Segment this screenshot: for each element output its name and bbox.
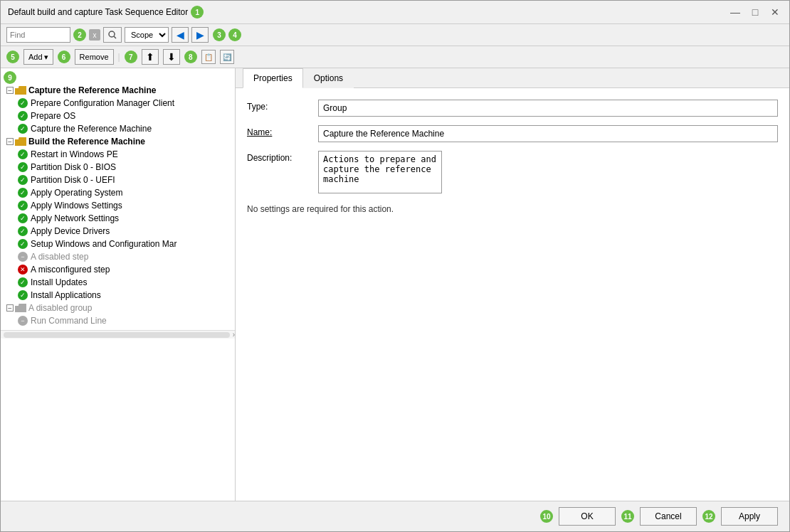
- tab-properties[interactable]: Properties: [243, 68, 303, 88]
- props-icon: 📋: [204, 53, 213, 61]
- cancel-button[interactable]: Cancel: [640, 507, 697, 526]
- tree-label-restart-pe: Restart in Windows PE: [31, 149, 118, 159]
- tree-label-run-cmd: Run Command Line: [31, 316, 107, 326]
- badge-3: 3: [213, 28, 226, 41]
- ok-button[interactable]: OK: [559, 507, 616, 526]
- close-button[interactable]: ✕: [768, 5, 782, 19]
- check-icon-apply-net: ✓: [18, 213, 28, 223]
- minimize-button[interactable]: —: [728, 5, 742, 19]
- action-toolbar: 5 Add ▾ 6 Remove | 7 ⬆ ⬇ 8 📋 🔄: [1, 46, 789, 68]
- tree-row-apply-net[interactable]: ✓ Apply Network Settings: [1, 212, 235, 225]
- tree-row-apply-drivers[interactable]: ✓ Apply Device Drivers: [1, 225, 235, 238]
- search-icon: [108, 31, 117, 39]
- tab-options[interactable]: Options: [303, 68, 354, 88]
- back-arrow-icon: ◀: [177, 29, 184, 41]
- tree-row-disabled-group[interactable]: − A disabled group: [1, 302, 235, 314]
- maximize-button[interactable]: □: [748, 5, 762, 19]
- error-icon-step: ✕: [18, 265, 28, 275]
- tree-row-misconfig-step[interactable]: ✕ A misconfigured step: [1, 263, 235, 276]
- search-button[interactable]: [103, 27, 122, 43]
- scope-select[interactable]: Scope: [125, 27, 169, 43]
- tree-row-capture-ref[interactable]: ✓ Capture the Reference Machine: [1, 122, 235, 135]
- apply-button[interactable]: Apply: [721, 507, 778, 526]
- check-icon-prepare-cm: ✓: [18, 98, 28, 108]
- check-icon-apply-win: ✓: [18, 201, 28, 211]
- tree-label-misconfig-step: A misconfigured step: [31, 265, 110, 275]
- tree-label-setup-win: Setup Windows and Configuration Mar: [31, 239, 177, 249]
- refresh-button[interactable]: 🔄: [220, 50, 234, 64]
- tree-label-build-group: Build the Reference Machine: [28, 137, 145, 147]
- tree-label-partition-uefi: Partition Disk 0 - UEFI: [31, 175, 115, 185]
- tree-row-partition-uefi[interactable]: ✓ Partition Disk 0 - UEFI: [1, 174, 235, 186]
- desc-label: Description:: [247, 151, 318, 163]
- check-icon-partition-bios: ✓: [18, 162, 28, 172]
- properties-button[interactable]: 📋: [201, 50, 216, 64]
- add-dropdown-icon: ▾: [44, 53, 48, 62]
- badge-11: 11: [621, 510, 634, 523]
- tree-row-run-cmd[interactable]: − Run Command Line: [1, 314, 235, 327]
- tree-label-apply-os: Apply Operating System: [31, 188, 122, 198]
- tree-row-prepare-cm[interactable]: ✓ Prepare Configuration Manager Client: [1, 97, 235, 110]
- check-icon-prepare-os: ✓: [18, 111, 28, 121]
- tab-bar: Properties Options: [236, 68, 789, 88]
- toggle-build-group[interactable]: −: [6, 138, 14, 145]
- title-bar-controls: — □ ✕: [728, 5, 782, 19]
- badge-7: 7: [125, 50, 137, 63]
- forward-button[interactable]: ▶: [191, 27, 209, 43]
- tree-row-build-group[interactable]: − Build the Reference Machine: [1, 135, 235, 148]
- tree-label-disabled-group: A disabled group: [28, 303, 92, 313]
- info-text: No settings are required for this action…: [247, 204, 778, 214]
- folder-icon-disabled-group: [15, 304, 26, 312]
- find-input[interactable]: [6, 27, 70, 43]
- remove-button[interactable]: Remove: [75, 49, 114, 65]
- footer-bar: 10 OK 11 Cancel 12 Apply: [1, 501, 789, 531]
- tree-row-restart-pe[interactable]: ✓ Restart in Windows PE: [1, 148, 235, 161]
- move-up-button[interactable]: ⬆: [142, 49, 159, 65]
- tree-row-prepare-os[interactable]: ✓ Prepare OS: [1, 110, 235, 122]
- tab-options-label: Options: [314, 73, 343, 83]
- check-icon-capture-ref: ✓: [18, 124, 28, 134]
- badge-12: 12: [702, 510, 715, 523]
- tree-scrollbar[interactable]: ›: [1, 330, 235, 339]
- tree-row-capture-group[interactable]: − Capture the Reference Machine: [1, 84, 235, 97]
- tree-row-apply-os[interactable]: ✓ Apply Operating System: [1, 186, 235, 199]
- desc-textarea[interactable]: Actions to prepare and capture the refer…: [318, 151, 442, 193]
- right-panel: Properties Options Type: Name:: [236, 68, 789, 501]
- name-input[interactable]: [318, 125, 778, 142]
- tree-row-install-apps[interactable]: ✓ Install Applications: [1, 289, 235, 302]
- tree-row-install-updates[interactable]: ✓ Install Updates: [1, 276, 235, 289]
- tree-row-disabled-step[interactable]: − A disabled step: [1, 250, 235, 263]
- check-icon-install-updates: ✓: [18, 277, 28, 287]
- clear-button[interactable]: x: [89, 29, 100, 41]
- tree-row-apply-win[interactable]: ✓ Apply Windows Settings: [1, 199, 235, 212]
- badge-6: 6: [58, 50, 70, 63]
- folder-icon-build: [15, 137, 26, 146]
- toggle-capture-group[interactable]: −: [6, 87, 14, 94]
- badge-10: 10: [540, 510, 553, 523]
- badge-9: 9: [4, 71, 16, 84]
- apply-label: Apply: [739, 511, 760, 521]
- tree-label-prepare-os: Prepare OS: [31, 111, 75, 121]
- add-button[interactable]: Add ▾: [23, 49, 53, 65]
- badge-1: 1: [191, 6, 204, 18]
- tree-row-setup-win[interactable]: ✓ Setup Windows and Configuration Mar: [1, 238, 235, 250]
- tree-label-capture-group: Capture the Reference Machine: [28, 85, 156, 95]
- tree-label-prepare-cm: Prepare Configuration Manager Client: [31, 98, 174, 108]
- move-down-button[interactable]: ⬇: [163, 49, 180, 65]
- tree-label-disabled-step: A disabled step: [31, 252, 88, 262]
- desc-row: Description: Actions to prepare and capt…: [247, 151, 778, 196]
- badge-2: 2: [73, 28, 86, 41]
- title-bar: Default build and capture Task Sequence …: [1, 1, 789, 24]
- tree-row-partition-bios[interactable]: ✓ Partition Disk 0 - BIOS: [1, 161, 235, 174]
- tree-label-install-updates: Install Updates: [31, 277, 87, 287]
- badge-8: 8: [184, 50, 197, 63]
- type-input[interactable]: [318, 100, 778, 117]
- search-toolbar: 2 x Scope ◀ ▶ 3 4: [1, 24, 789, 46]
- back-button[interactable]: ◀: [172, 27, 189, 43]
- tab-content-properties: Type: Name: Description: Actions to prep…: [236, 88, 789, 501]
- tree-label-capture-ref: Capture the Reference Machine: [31, 124, 152, 134]
- forward-arrow-icon: ▶: [196, 29, 204, 41]
- svg-point-0: [109, 31, 115, 37]
- toggle-disabled-group[interactable]: −: [6, 304, 14, 312]
- main-window: Default build and capture Task Sequence …: [0, 0, 790, 532]
